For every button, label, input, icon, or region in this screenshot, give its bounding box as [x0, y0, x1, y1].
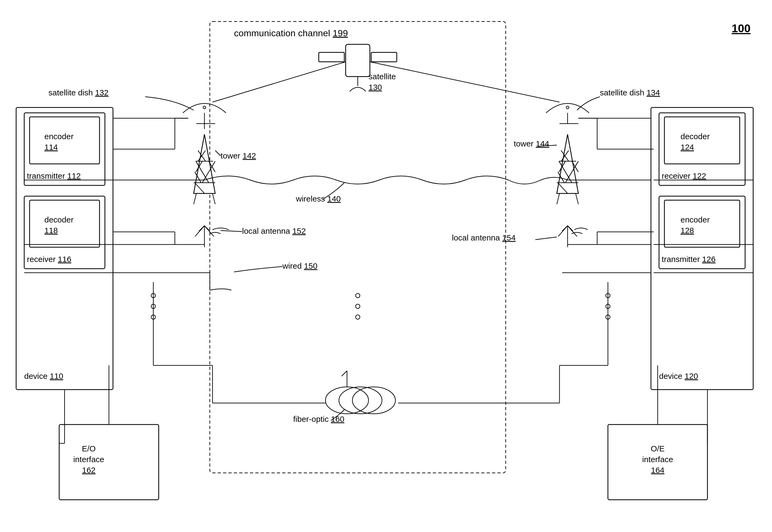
eo-interface-num: 162 — [82, 466, 95, 475]
decoder-right-num: 124 — [681, 143, 694, 152]
svg-line-47 — [205, 226, 214, 236]
svg-point-68 — [339, 387, 382, 414]
sat-dish-right-label: satellite dish 134 — [600, 88, 660, 97]
svg-line-27 — [213, 193, 215, 204]
fiber-optic-label: fiber-optic 160 — [293, 415, 344, 423]
svg-point-63 — [356, 315, 360, 319]
svg-rect-0 — [346, 44, 370, 77]
diagram-id: 100 — [732, 22, 750, 35]
satellite-label: satellite — [369, 72, 396, 81]
svg-line-52 — [567, 226, 577, 236]
oe-interface-label: O/E — [651, 444, 665, 453]
comm-channel-label: communication channel 199 — [234, 28, 348, 38]
decoder-left-num: 118 — [44, 226, 58, 235]
svg-line-51 — [558, 226, 567, 236]
decoder-left-label: decoder — [44, 215, 73, 224]
eo-interface-label2: interface — [73, 455, 104, 464]
device-right-label: device 120 — [659, 372, 698, 380]
encoder-right-label: encoder — [681, 215, 710, 224]
svg-point-9 — [566, 106, 569, 109]
satellite-num: 130 — [369, 83, 382, 92]
svg-marker-28 — [557, 134, 578, 193]
tower-right-label: tower 144 — [514, 139, 549, 148]
oe-interface-label2: interface — [642, 455, 673, 464]
receiver-left-label: receiver 116 — [27, 255, 71, 264]
svg-point-61 — [356, 293, 360, 298]
svg-point-67 — [326, 387, 369, 414]
svg-rect-1 — [319, 52, 344, 62]
transmitter-left-label: transmitter 112 — [27, 171, 81, 180]
diagram: text { font-family: Arial, sans-serif; f… — [0, 0, 772, 532]
tower-left-label: tower 142 — [221, 151, 256, 160]
wireless-label: wireless 140 — [296, 194, 341, 203]
svg-line-42 — [575, 193, 578, 204]
encoder-left-num: 114 — [44, 143, 58, 152]
sat-to-right-dish-line — [370, 62, 559, 102]
wireless-wavy — [205, 176, 567, 184]
encoder-right-num: 128 — [681, 226, 694, 235]
sat-to-left-dish-line — [213, 62, 346, 102]
wired-label: wired 150 — [282, 261, 317, 270]
svg-marker-13 — [194, 134, 215, 193]
svg-rect-2 — [371, 52, 397, 62]
encoder-left-label: encoder — [44, 132, 73, 141]
local-antenna-left-label: local antenna 152 — [242, 227, 306, 235]
device-left-label: device 110 — [24, 372, 63, 380]
svg-line-41 — [557, 193, 559, 204]
oe-interface-num: 164 — [651, 466, 664, 475]
eo-interface-label: E/O — [82, 444, 96, 453]
svg-point-62 — [356, 304, 360, 308]
svg-point-69 — [352, 387, 395, 414]
receiver-right-label: receiver 122 — [662, 171, 706, 180]
svg-line-46 — [195, 226, 205, 236]
svg-point-6 — [203, 106, 206, 109]
local-antenna-right-label: local antenna 154 — [452, 233, 516, 242]
decoder-right-label: decoder — [681, 132, 710, 141]
sat-dish-left-label: satellite dish 132 — [48, 88, 109, 97]
transmitter-right-label: transmitter 126 — [662, 255, 716, 264]
svg-line-26 — [194, 193, 197, 204]
